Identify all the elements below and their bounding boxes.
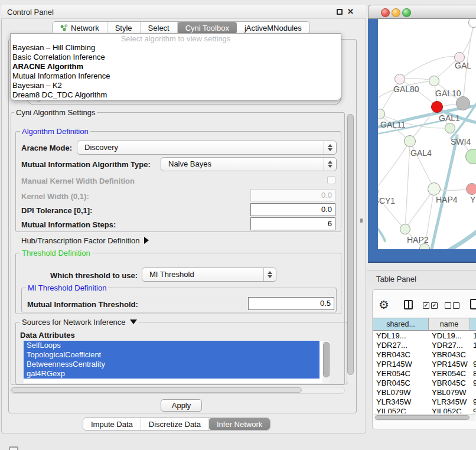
- zoom-traffic-light-icon[interactable]: [402, 8, 411, 17]
- network-node-hap4[interactable]: [428, 182, 441, 195]
- aracne-mode-combobox[interactable]: Discovery: [77, 141, 337, 155]
- node-label: GAL1: [439, 113, 460, 123]
- table-row[interactable]: YDR27...YDR27...12: [373, 341, 476, 350]
- splitter-handle[interactable]: [360, 219, 363, 223]
- minimize-traffic-light-icon[interactable]: [392, 8, 400, 17]
- table-panel-title: Table Panel: [376, 275, 416, 283]
- network-node-gal4[interactable]: [404, 135, 416, 147]
- attributes-scrollbar[interactable]: [322, 341, 330, 383]
- table-row[interactable]: YER054CYER054C8.: [373, 369, 476, 379]
- minimized-panel-icon[interactable]: [9, 446, 18, 450]
- control-panel-titlebar: [1, 5, 366, 19]
- table-horizontal-scrollbar-thumb[interactable]: [375, 415, 470, 420]
- manual-kernel-checkbox[interactable]: [327, 176, 335, 184]
- tab-style[interactable]: Style: [107, 22, 141, 34]
- tab-network[interactable]: Network: [53, 22, 107, 34]
- network-node-hap2[interactable]: [400, 224, 410, 234]
- hub-definition-label: Hub/Transcription Factor Definition: [21, 236, 139, 245]
- tab-cyni-toolbox[interactable]: Cyni Toolbox: [178, 22, 237, 34]
- table-cell: 9.: [470, 360, 476, 369]
- network-node-gal80[interactable]: [395, 74, 405, 84]
- network-window-titlebar[interactable]: [368, 5, 476, 19]
- mi-type-combobox[interactable]: Naive Bayes: [161, 157, 337, 171]
- network-node-y[interactable]: [466, 183, 476, 195]
- deselect-all-checkbox-icon[interactable]: [453, 302, 459, 309]
- mi-steps-field[interactable]: 6: [250, 217, 335, 230]
- mi-threshold-field[interactable]: 0.5: [248, 297, 334, 310]
- tab-label: Cyni Toolbox: [185, 24, 229, 32]
- data-attribute-item[interactable]: gal4RGexp: [24, 369, 319, 379]
- algorithm-option[interactable]: Basic Correlation Inference: [11, 53, 341, 62]
- network-node-gal10[interactable]: [429, 76, 439, 86]
- tab-select[interactable]: Select: [141, 22, 178, 34]
- algorithm-option[interactable]: ARACNE Algorithm: [11, 62, 341, 71]
- table-cell: YDL19...: [373, 331, 429, 341]
- table-cell: YDR27...: [373, 341, 429, 350]
- close-icon[interactable]: ✕: [347, 7, 354, 16]
- table-settings-gear-icon[interactable]: ⚙: [379, 298, 389, 311]
- table-row[interactable]: YPR145WYPR145W9.: [373, 360, 476, 369]
- mi-threshold-group-title: MI Threshold Definition: [26, 283, 108, 292]
- cyni-bottom-tabs: Impute DataDiscretize DataInfer Network: [83, 418, 270, 431]
- network-node-gal1[interactable]: [431, 101, 443, 113]
- deselect-all-checkbox-icon[interactable]: [445, 302, 451, 309]
- table-cell: [470, 388, 476, 397]
- table-cell: YLR345W: [373, 397, 429, 407]
- node-label: GAL11: [380, 120, 406, 129]
- tab-infer-network[interactable]: Infer Network: [209, 418, 270, 430]
- data-attribute-item[interactable]: TopologicalCoefficient: [24, 350, 319, 360]
- table-row[interactable]: YLR345WYLR345W9.: [373, 397, 476, 407]
- data-attribute-item[interactable]: BetweennessCentrality: [24, 360, 319, 369]
- apply-button[interactable]: Apply: [161, 399, 202, 412]
- table-cell: YBL079W: [429, 388, 470, 397]
- network-node[interactable]: [445, 123, 455, 133]
- which-threshold-combobox[interactable]: MI Threshold: [142, 268, 276, 282]
- data-attributes-label: Data Attributes: [20, 331, 75, 340]
- kernel-width-field[interactable]: 0.0: [250, 189, 335, 201]
- data-attributes-list: SelfLoopsTopologicalCoefficientBetweenne…: [24, 341, 330, 383]
- table-row[interactable]: YDL19...YDL19...13: [373, 331, 476, 341]
- select-all-checkbox-icon[interactable]: ✓: [431, 302, 438, 309]
- algorithm-definition-title: Algorithm Definition: [20, 127, 90, 136]
- select-all-checkbox-icon[interactable]: ✓: [423, 302, 429, 309]
- algorithm-option[interactable]: Mutual Information Inference: [11, 71, 341, 81]
- column-header-col2[interactable]: [470, 318, 476, 331]
- tab-discretize-data[interactable]: Discretize Data: [141, 418, 209, 430]
- table-row[interactable]: YBL079WYBL079W: [373, 388, 476, 397]
- table-row[interactable]: YBR043CYBR043C: [373, 350, 476, 360]
- sources-group-toggle[interactable]: Sources for Network Inference: [20, 318, 139, 327]
- algorithm-dropdown-popup: Select algorithm to view settings Bayesi…: [10, 33, 341, 100]
- algorithm-option[interactable]: Dream8 DC_TDC Algorithm: [11, 90, 341, 100]
- table-cell: YIL052C: [373, 407, 429, 413]
- dpi-tolerance-label: DPI Tolerance [0,1]:: [21, 206, 92, 215]
- float-window-icon[interactable]: [337, 9, 343, 15]
- aracne-mode-value: Discovery: [84, 143, 118, 152]
- file-icon[interactable]: [470, 299, 476, 309]
- network-window-frame: [368, 19, 378, 249]
- hub-definition-toggle[interactable]: Hub/Transcription Factor Definition: [21, 236, 149, 245]
- attributes-scrollbar-thumb[interactable]: [323, 342, 330, 377]
- table-cell: YDR27...: [429, 341, 470, 350]
- which-threshold-label: Which threshold to use:: [50, 271, 138, 280]
- table-row[interactable]: YBR045CYBR045C9.: [373, 379, 476, 388]
- column-layout-icon[interactable]: [404, 300, 413, 309]
- tab-jactivemnodules[interactable]: jActiveMNodules: [237, 22, 309, 34]
- tab-impute-data[interactable]: Impute Data: [83, 418, 141, 430]
- column-header-shared...[interactable]: shared...: [373, 318, 429, 331]
- settings-vertical-scrollbar-thumb[interactable]: [347, 114, 354, 375]
- tab-label: Infer Network: [217, 420, 262, 429]
- table-cell: [470, 350, 476, 360]
- settings-horizontal-scrollbar-thumb[interactable]: [11, 387, 302, 393]
- table-row[interactable]: YIL052CYIL052C9: [373, 407, 476, 413]
- close-traffic-light-icon[interactable]: [381, 8, 390, 17]
- network-node[interactable]: [456, 96, 470, 110]
- dpi-tolerance-field[interactable]: 0.0: [250, 203, 335, 216]
- network-canvas[interactable]: GALGAL80GAL10GAL1GAL11SWI4GAL4GCY1HAP4YH…: [378, 19, 476, 249]
- table-cell: YBR043C: [373, 350, 429, 360]
- algorithm-option[interactable]: Bayesian – K2: [11, 81, 341, 90]
- algorithm-option[interactable]: Bayesian – Hill Climbing: [11, 43, 341, 53]
- column-header-name[interactable]: name: [429, 318, 470, 331]
- table-cell: YIL052C: [429, 407, 470, 413]
- data-attribute-item[interactable]: SelfLoops: [24, 341, 319, 350]
- table-cell: YLR345W: [429, 397, 470, 407]
